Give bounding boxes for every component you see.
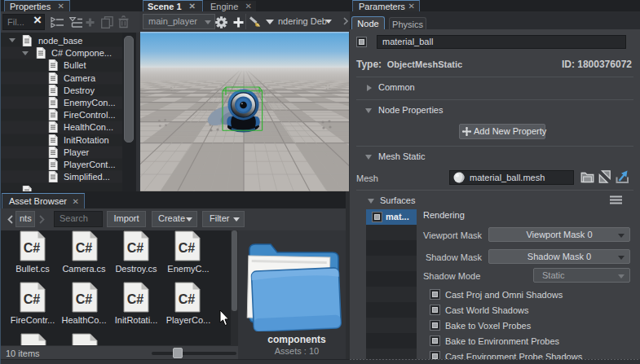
svg-text:C#: C#: [24, 292, 41, 306]
svg-text:C#: C#: [179, 241, 196, 255]
svg-text:C#: C#: [76, 241, 93, 255]
svg-text:C#: C#: [76, 292, 93, 306]
svg-text:C#: C#: [127, 292, 144, 306]
svg-text:C#: C#: [127, 241, 144, 255]
svg-text:C#: C#: [24, 241, 41, 255]
svg-text:C#: C#: [179, 292, 196, 306]
